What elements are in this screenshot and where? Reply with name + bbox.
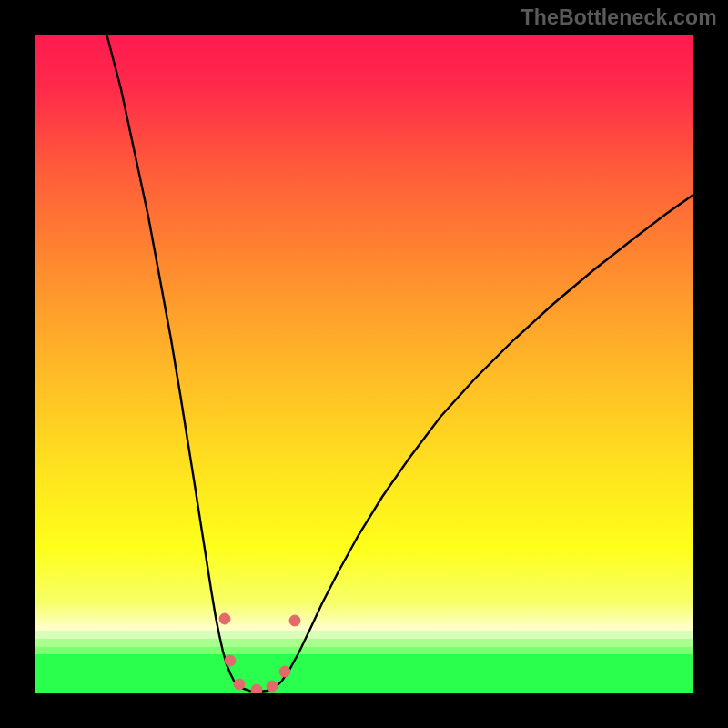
highlight-dot — [225, 655, 236, 666]
highlight-dot — [234, 679, 245, 690]
plot-area — [35, 35, 693, 693]
chart-frame: TheBottleneck.com — [0, 0, 728, 728]
right-curve — [258, 195, 693, 692]
highlight-dot — [267, 681, 278, 692]
watermark-text: TheBottleneck.com — [521, 5, 717, 30]
left-curve — [106, 35, 258, 692]
highlight-dot — [219, 613, 230, 624]
highlight-dot — [289, 615, 300, 626]
curves-layer — [35, 35, 693, 693]
highlight-dot — [251, 684, 262, 693]
highlight-dot — [279, 666, 290, 677]
